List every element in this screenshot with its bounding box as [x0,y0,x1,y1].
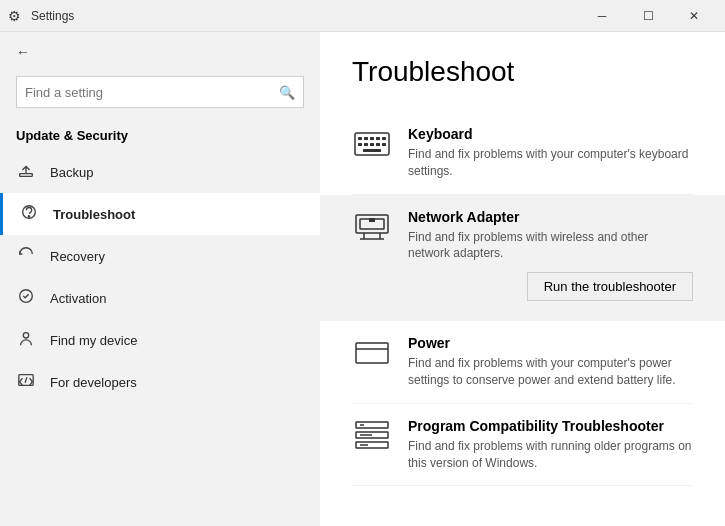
for-developers-icon [16,371,36,393]
troubleshoot-label: Troubleshoot [53,207,135,222]
search-icon: 🔍 [279,85,295,100]
svg-rect-13 [364,143,368,146]
keyboard-icon [352,126,392,162]
main-layout: ← 🔍 Update & Security Backup [0,32,725,526]
sidebar: ← 🔍 Update & Security Backup [0,32,320,526]
svg-rect-10 [376,137,380,140]
content-area: Troubleshoot [320,32,725,526]
svg-rect-17 [363,149,381,152]
backup-icon [16,161,36,183]
settings-app-icon: ⚙ [8,8,21,24]
keyboard-desc: Find and fix problems with your computer… [408,146,693,180]
sidebar-item-activation[interactable]: Activation [0,277,320,319]
sidebar-item-troubleshoot[interactable]: Troubleshoot [0,193,320,235]
network-adapter-title: Network Adapter [408,209,693,225]
section-title: Update & Security [0,120,320,151]
list-item: Program Compatibility Troubleshooter Fin… [352,404,693,487]
sidebar-item-find-my-device[interactable]: Find my device [0,319,320,361]
back-button[interactable]: ← [0,32,320,72]
minimize-button[interactable]: ─ [579,0,625,32]
svg-rect-0 [20,174,33,177]
sidebar-item-backup[interactable]: Backup [0,151,320,193]
power-icon [352,335,392,371]
back-arrow-icon: ← [16,44,30,60]
program-compatibility-title: Program Compatibility Troubleshooter [408,418,693,434]
network-adapter-icon [352,209,392,245]
program-compatibility-content: Program Compatibility Troubleshooter Fin… [408,418,693,472]
run-troubleshooter-container: Run the troubleshooter [408,272,693,301]
svg-rect-7 [358,137,362,140]
list-item: Network Adapter Find and fix problems wi… [320,195,725,322]
power-content: Power Find and fix problems with your co… [408,335,693,389]
keyboard-content: Keyboard Find and fix problems with your… [408,126,693,180]
search-box[interactable]: 🔍 [16,76,304,108]
title-bar-title: Settings [31,9,74,23]
svg-rect-12 [358,143,362,146]
svg-rect-24 [356,343,388,363]
svg-rect-18 [356,215,388,233]
power-title: Power [408,335,693,351]
svg-rect-9 [370,137,374,140]
title-bar-left: ⚙ Settings [8,8,74,24]
svg-rect-15 [376,143,380,146]
find-my-device-label: Find my device [50,333,137,348]
run-troubleshooter-button[interactable]: Run the troubleshooter [527,272,693,301]
recovery-label: Recovery [50,249,105,264]
list-item: Power Find and fix problems with your co… [352,321,693,404]
troubleshoot-icon [19,203,39,225]
for-developers-label: For developers [50,375,137,390]
svg-rect-8 [364,137,368,140]
svg-rect-23 [369,218,375,222]
activation-icon [16,287,36,309]
network-adapter-content: Network Adapter Find and fix problems wi… [408,209,693,308]
sidebar-item-recovery[interactable]: Recovery [0,235,320,277]
activation-label: Activation [50,291,106,306]
maximize-button[interactable]: ☐ [625,0,671,32]
svg-rect-16 [382,143,386,146]
title-bar-controls: ─ ☐ ✕ [579,0,717,32]
backup-label: Backup [50,165,93,180]
recovery-icon [16,245,36,267]
find-my-device-icon [16,329,36,351]
program-compatibility-icon [352,418,392,454]
keyboard-title: Keyboard [408,126,693,142]
svg-rect-11 [382,137,386,140]
svg-point-2 [28,216,29,217]
page-title: Troubleshoot [352,56,693,88]
power-desc: Find and fix problems with your computer… [408,355,693,389]
sidebar-item-for-developers[interactable]: For developers [0,361,320,403]
search-input[interactable] [25,85,279,100]
close-button[interactable]: ✕ [671,0,717,32]
program-compatibility-desc: Find and fix problems with running older… [408,438,693,472]
list-item: Keyboard Find and fix problems with your… [352,112,693,195]
title-bar: ⚙ Settings ─ ☐ ✕ [0,0,725,32]
network-adapter-desc: Find and fix problems with wireless and … [408,229,693,263]
svg-rect-14 [370,143,374,146]
svg-point-4 [23,333,28,338]
